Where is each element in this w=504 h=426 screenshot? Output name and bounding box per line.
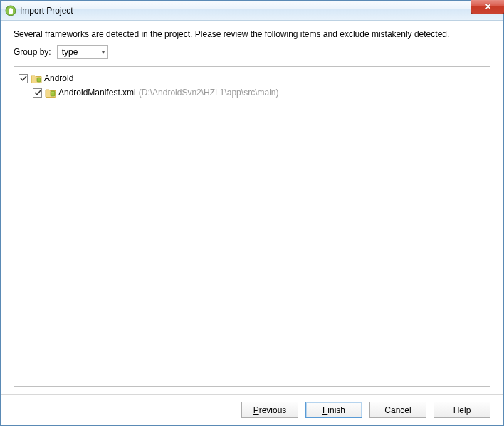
window-title: Import Project — [20, 6, 73, 16]
button-bar: Previous Finish Cancel Help — [1, 394, 503, 425]
close-button[interactable]: ✕ — [471, 0, 504, 14]
checkbox-root[interactable] — [19, 74, 28, 83]
manifest-icon — [45, 88, 56, 98]
checkbox-child[interactable] — [33, 88, 42, 98]
tree-row-child[interactable]: AndroidManifest.xml (D:\AndroidSvn2\HZL1… — [17, 85, 487, 100]
frameworks-tree[interactable]: Android AndroidManifest.xml (D:\AndroidS… — [14, 66, 490, 387]
svg-point-5 — [52, 93, 53, 93]
tree-label-child: AndroidManifest.xml — [58, 88, 136, 98]
finish-button[interactable]: Finish — [305, 402, 362, 418]
cancel-button[interactable]: Cancel — [369, 402, 426, 418]
tree-label-root: Android — [44, 73, 73, 83]
svg-rect-3 — [37, 78, 41, 82]
app-icon — [5, 5, 16, 16]
dialog-window: Import Project ✕ Several frameworks are … — [0, 0, 504, 426]
svg-rect-2 — [9, 8, 12, 10]
folder-icon — [31, 73, 42, 83]
help-button[interactable]: Help — [434, 402, 490, 418]
groupby-label: Group by: — [14, 47, 51, 57]
tree-row-root[interactable]: Android — [17, 71, 487, 85]
description-text: Several frameworks are detected in the p… — [14, 29, 490, 39]
titlebar: Import Project ✕ — [1, 1, 503, 21]
svg-rect-4 — [51, 91, 55, 96]
groupby-value: type — [62, 47, 78, 57]
close-icon: ✕ — [485, 3, 491, 11]
tree-path-child: (D:\AndroidSvn2\HZL1\app\src\main) — [139, 88, 279, 98]
chevron-down-icon: ▾ — [102, 49, 105, 56]
content-area: Several frameworks are detected in the p… — [1, 21, 503, 394]
groupby-select[interactable]: type ▾ — [57, 45, 108, 59]
svg-point-6 — [53, 93, 54, 93]
groupby-row: Group by: type ▾ — [14, 45, 490, 59]
previous-button[interactable]: Previous — [241, 402, 298, 418]
